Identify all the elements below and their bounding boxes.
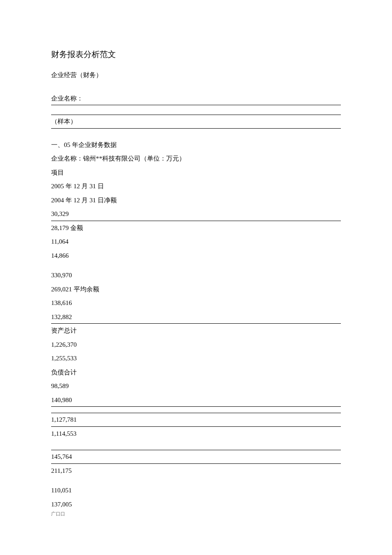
spacer	[51, 440, 341, 450]
document-title: 财务报表分析范文	[51, 47, 341, 62]
row-value: 145,764	[51, 450, 341, 464]
document-page: 财务报表分析范文 企业经营（财务） 企业名称： （样本） 一、05 年企业财务数…	[0, 0, 392, 542]
row-value: 269,021 平均余额	[51, 282, 341, 296]
row-value: 137,005	[51, 497, 341, 512]
row-value: 330,970	[51, 268, 341, 282]
row-date-2005: 2005 年 12 月 31 日	[51, 179, 341, 193]
row-value: 110,051	[51, 483, 341, 497]
spacer	[51, 105, 341, 115]
subtitle: 企业经营（财务）	[51, 68, 341, 82]
row-value: 140,980	[51, 393, 341, 407]
sample-label: （样本）	[51, 115, 341, 129]
row-asset-total: 资产总计	[51, 324, 341, 338]
spacer	[51, 407, 341, 413]
spacer	[51, 262, 341, 268]
spacer	[51, 477, 341, 483]
row-value: 1,114,553	[51, 427, 341, 441]
spacer	[51, 82, 341, 92]
row-value: 1,226,370	[51, 338, 341, 352]
row-value: 30,329	[51, 207, 341, 221]
row-value: 28,179 金额	[51, 221, 341, 235]
row-item: 项目	[51, 166, 341, 180]
row-value: 1,127,781	[51, 413, 341, 427]
company-info: 企业名称：锦州**科技有限公司（单位：万元）	[51, 152, 341, 166]
row-value: 211,175	[51, 464, 341, 478]
spacer	[51, 129, 341, 138]
row-value: 98,589	[51, 379, 341, 393]
row-liability-total: 负债合计	[51, 365, 341, 380]
row-value: 14,866	[51, 249, 341, 263]
company-name-label: 企业名称：	[51, 92, 341, 106]
row-date-2004: 2004 年 12 月 31 日净额	[51, 193, 341, 207]
row-value: 138,616	[51, 296, 341, 310]
row-value: 11,064	[51, 235, 341, 249]
row-value: 1,255,533	[51, 351, 341, 365]
section-heading: 一、05 年企业财务数据	[51, 138, 341, 152]
footer-fragment: 广口口	[51, 511, 341, 517]
row-value: 132,882	[51, 310, 341, 324]
